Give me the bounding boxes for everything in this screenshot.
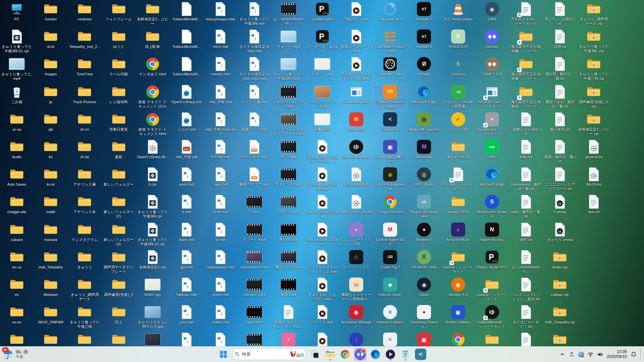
desktop-icon[interactable]: OpenCvSharp.xml: [170, 84, 203, 111]
desktop-icon[interactable]: きゅうりボカコレ用サムネ.jpg: [137, 304, 169, 331]
desktop-icon[interactable]: 65407.jpg: [137, 277, 169, 304]
desktop-icon[interactable]: ◉GeForce Experience: [374, 167, 406, 193]
desktop-icon[interactable]: eInternet Explorer: [374, 304, 406, 331]
desktop-icon[interactable]: ♪aorin.mid: [170, 167, 203, 193]
desktop-icon[interactable]: VLC media player: [442, 1, 474, 28]
desktop-icon[interactable]: ♪meroin.mid: [204, 56, 236, 83]
desktop-icon[interactable]: Fコード.mp4: [238, 222, 270, 249]
desktop-icon[interactable]: ゆYukkuriMovieM...: [340, 139, 372, 166]
desktop-icon[interactable]: 新規 テキスト ドキュメント.musicxml: [272, 304, 305, 331]
desktop-icon[interactable]: 無人販売不正行為動画 - ショートカット: [510, 84, 542, 111]
desktop-icon[interactable]: ヘルスコンプレッション__歌詞.txt: [510, 277, 542, 304]
desktop-icon[interactable]: en-us: [1, 249, 33, 276]
desktop-icon[interactable]: [442, 332, 474, 347]
desktop-icon[interactable]: 小銭詰まり.wav: [340, 1, 372, 28]
desktop-icon[interactable]: [35, 332, 67, 347]
desktop-icon[interactable]: きゅうり食ってた午後三時.zip: [578, 56, 610, 83]
desktop-icon[interactable]: backup - ショートカット: [442, 249, 474, 276]
desktop-icon[interactable]: ヘッドフォンはずしててよかっt.mp4: [272, 112, 305, 138]
desktop-icon[interactable]: ずんだもん_しおかぜふ.wav: [306, 277, 338, 304]
desktop-icon[interactable]: YukkuriMovieM...: [170, 56, 203, 83]
desktop-icon[interactable]: きゅうり食ってた午後3時.mp4: [272, 56, 305, 83]
desktop-icon[interactable]: きゅうり食ってた.mp4: [1, 56, 33, 83]
desktop-icon[interactable]: PNT2Piapro Studio NT2: [476, 249, 508, 276]
desktop-icon[interactable]: ゆYukkuriMovieM... - ショートカット: [476, 304, 508, 331]
taskbar-task-view-icon[interactable]: [309, 348, 321, 361]
desktop-icon[interactable]: maniuta: [35, 222, 67, 249]
desktop-icon[interactable]: PNT2Untitled.ppsf: [306, 1, 338, 28]
desktop-icon[interactable]: AWSSDK.Core.dll: [340, 194, 372, 221]
desktop-icon[interactable]: Images: [35, 56, 67, 83]
desktop-icon[interactable]: まにまにわーるど！.txt: [510, 304, 542, 331]
desktop-icon[interactable]: 羽尻へ.mp4: [272, 194, 305, 221]
desktop-icon[interactable]: おっhhhhhhhhhhh...: [510, 249, 542, 276]
desktop-icon[interactable]: ▣Brother Utilities: [442, 304, 474, 331]
desktop-icon[interactable]: 路上駐車: [137, 29, 169, 56]
desktop-icon[interactable]: こってゅｈｄすおｆｄｓｂふぉ.wav: [306, 249, 338, 276]
desktop-icon[interactable]: 新しいフォルダー (2): [103, 194, 135, 221]
desktop-icon[interactable]: [103, 332, 135, 347]
desktop-icon[interactable]: ◉CMS: [476, 1, 508, 28]
desktop-icon[interactable]: airset2-2019: [442, 194, 474, 221]
desktop-icon[interactable]: 9.5.xlsx - ショートカット: [442, 167, 474, 193]
desktop-icon[interactable]: ♪PVTNd.mid: [204, 139, 236, 166]
desktop-icon[interactable]: 名称未設定1 - コピー.zip: [578, 112, 610, 138]
desktop-icon[interactable]: MMoZA.exe: [340, 112, 372, 138]
desktop-icon[interactable]: 売上: [103, 304, 135, 331]
desktop-icon[interactable]: HALion Sonic 01.wav: [306, 194, 338, 221]
desktop-icon[interactable]: 井上ドラム.mp4: [272, 167, 305, 193]
desktop-icon[interactable]: TimeTune: [68, 56, 101, 83]
desktop-icon[interactable]: ラベル印刷: [103, 56, 135, 83]
desktop-icon[interactable]: 井上.mp4: [272, 139, 305, 166]
desktop-icon[interactable]: ♪メドレー風.mid: [238, 84, 270, 111]
desktop-icon[interactable]: ar-sa: [1, 112, 33, 138]
desktop-icon[interactable]: ♪jusu.mid: [170, 304, 203, 331]
desktop-icon[interactable]: KTKontakt 8: [408, 29, 440, 56]
desktop-icon[interactable]: es: [1, 277, 33, 304]
desktop-icon[interactable]: きゅうり: [68, 249, 101, 276]
desktop-icon[interactable]: ◉Blender 4.4: [442, 277, 474, 304]
desktop-icon[interactable]: かるーく.png: [306, 56, 338, 83]
desktop-icon[interactable]: きゅうり食ってた午後3時-01.cpr: [1, 29, 33, 56]
desktop-icon[interactable]: MMuseHub: [408, 139, 440, 166]
search-box[interactable]: 検索: [232, 349, 306, 360]
desktop-icon[interactable]: 営業日変更: [103, 112, 135, 138]
desktop-icon[interactable]: ◇ポリリリリズム: [340, 249, 372, 276]
desktop-icon[interactable]: HALion Sonic 02.wav: [306, 222, 338, 249]
desktop-icon[interactable]: ≈: [374, 332, 406, 347]
desktop-icon[interactable]: id-id: [35, 29, 67, 56]
desktop-icon[interactable]: レジ袋有料: [103, 84, 135, 111]
desktop-icon[interactable]: ◉Steam: [408, 277, 440, 304]
desktop-icon[interactable]: ゆF.ymmp: [544, 194, 576, 221]
desktop-icon[interactable]: 死にたい_ゅ歌詞.txt: [544, 1, 576, 28]
desktop-icon[interactable]: GRGuitar Rig 7: [374, 249, 406, 276]
desktop-icon[interactable]: おっhhhhhhhhhhhhh...: [272, 1, 305, 28]
desktop-icon[interactable]: Audio: [1, 139, 33, 166]
desktop-icon[interactable]: Accessibility.dll: [340, 167, 372, 193]
desktop-icon[interactable]: Controller Editor: [374, 56, 406, 83]
desktop-icon[interactable]: createdump.exe: [340, 84, 372, 111]
desktop-icon[interactable]: ≈JQuake.exe - ショートカット: [476, 112, 508, 138]
desktop-icon[interactable]: [510, 332, 542, 347]
desktop-icon[interactable]: [137, 332, 169, 347]
search-highlight-image[interactable]: [289, 350, 304, 358]
desktop-icon[interactable]: [1, 332, 33, 347]
desktop-icon[interactable]: [68, 332, 101, 347]
desktop-icon[interactable]: Discord: [476, 29, 508, 56]
desktop-icon[interactable]: SMuseScore Studio 4: [476, 194, 508, 221]
taskbar-edge-icon[interactable]: [369, 348, 382, 361]
desktop-icon[interactable]: ♪: [204, 332, 236, 347]
desktop-icon[interactable]: 新規 テキスト ドキュメント.html: [137, 112, 169, 138]
desktop-icon[interactable]: 無人販売不正行為画像 - ショートカッ...: [510, 29, 542, 56]
desktop-icon[interactable]: ♪mid_学校 muse.mid: [204, 112, 236, 138]
desktop-icon[interactable]: アナウンス夏: [68, 167, 101, 193]
desktop-icon[interactable]: ゆきゅうり.ymmp: [544, 222, 576, 249]
desktop-icon[interactable]: cubase.zip: [544, 277, 576, 304]
desktop-icon[interactable]: cubase: [1, 222, 33, 249]
desktop-icon[interactable]: ♪td.mid: [204, 222, 236, 249]
desktop-icon[interactable]: [306, 332, 338, 347]
desktop-icon[interactable]: zh-tw: [68, 139, 101, 166]
desktop-icon[interactable]: ko: [35, 139, 67, 166]
desktop-icon[interactable]: F.mp4: [238, 194, 270, 221]
desktop-icon[interactable]: akis.txt: [578, 194, 610, 221]
